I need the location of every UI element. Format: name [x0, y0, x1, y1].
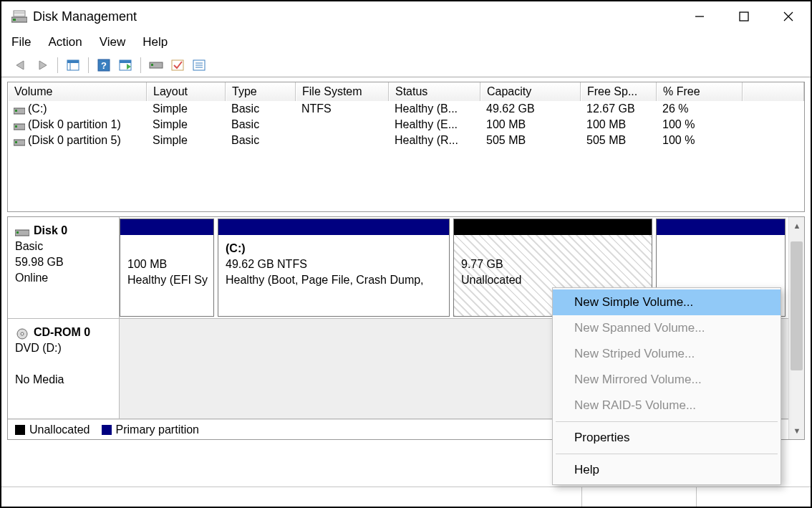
cell: Basic — [226, 101, 296, 117]
scroll-down-button[interactable]: ▼ — [789, 422, 805, 439]
window-frame: Disk Management File Action View Help — [0, 0, 812, 508]
menu-new-striped-volume: New Striped Volume... — [553, 341, 780, 367]
menu-new-simple-volume[interactable]: New Simple Volume... — [553, 289, 780, 315]
cell: 12.67 GB — [581, 101, 657, 117]
partition-bar — [454, 219, 652, 235]
disk-icon — [15, 226, 29, 236]
volume-row[interactable]: (Disk 0 partition 5) Simple Basic Health… — [8, 133, 804, 148]
svg-rect-29 — [16, 231, 19, 234]
cell: Simple — [147, 133, 226, 148]
partition-bar — [120, 219, 213, 235]
partition-bar — [218, 219, 449, 235]
window-title: Disk Management — [33, 9, 137, 24]
disk-0-header[interactable]: Disk 0 Basic 59.98 GB Online — [8, 217, 120, 318]
disk-mgmt-icon — [11, 9, 27, 24]
col-volume[interactable]: Volume — [8, 82, 147, 101]
toolbar: ? — [1, 53, 811, 77]
menu-bar: File Action View Help — [1, 32, 811, 53]
menu-file[interactable]: File — [11, 35, 31, 49]
partition-size: 100 MB — [127, 257, 206, 272]
back-button[interactable] — [10, 56, 32, 75]
partition-efi[interactable]: 100 MB Healthy (EFI Sy — [120, 219, 214, 317]
scroll-track[interactable] — [789, 234, 804, 422]
forward-button[interactable] — [32, 56, 53, 75]
col-pct[interactable]: % Free — [657, 82, 743, 101]
help-icon[interactable]: ? — [93, 56, 115, 75]
svg-rect-1 — [13, 19, 16, 21]
cdrom-0-header[interactable]: CD-ROM 0 DVD (D:) No Media — [8, 319, 120, 418]
title-bar: Disk Management — [1, 1, 811, 32]
volume-list: Volume Layout Type File System Status Ca… — [7, 82, 805, 212]
cell: NTFS — [296, 101, 389, 117]
status-bar — [1, 487, 811, 507]
window-controls — [677, 1, 811, 32]
cdrom-name: CD-ROM 0 — [34, 326, 90, 338]
svg-rect-14 — [120, 60, 131, 63]
context-menu: New Simple Volume... New Spanned Volume.… — [552, 287, 781, 485]
menu-separator — [556, 421, 778, 422]
svg-rect-2 — [14, 11, 25, 16]
rescan-icon[interactable] — [145, 56, 167, 75]
volume-row[interactable]: (C:) Simple Basic NTFS Healthy (B... 49.… — [8, 101, 804, 117]
properties-icon[interactable] — [188, 56, 210, 75]
volume-name: (Disk 0 partition 1) — [28, 118, 121, 130]
svg-text:?: ? — [101, 60, 107, 71]
menu-action[interactable]: Action — [48, 35, 82, 49]
menu-new-raid5-volume: New RAID-5 Volume... — [553, 393, 780, 418]
partition-status: Healthy (Boot, Page File, Crash Dump, — [226, 272, 442, 288]
toolbar-separator — [57, 57, 58, 73]
disk-type: Basic — [15, 239, 112, 254]
list-icon[interactable] — [115, 56, 136, 75]
volume-list-header: Volume Layout Type File System Status Ca… — [8, 82, 804, 101]
partition-label: Unallocated — [461, 272, 644, 288]
col-fs[interactable]: File System — [296, 82, 389, 101]
cell: 49.62 GB — [480, 101, 581, 117]
maximize-button[interactable] — [722, 1, 766, 32]
toolbar-separator — [140, 57, 141, 73]
drive-icon — [14, 137, 25, 145]
disk-name: Disk 0 — [34, 224, 67, 236]
cell: 100 % — [657, 133, 743, 148]
cell: Healthy (B... — [389, 101, 480, 117]
volume-name: (C:) — [28, 102, 47, 115]
drive-icon — [14, 105, 25, 114]
col-layout[interactable]: Layout — [147, 82, 226, 101]
col-extra[interactable] — [743, 82, 804, 101]
partition-bar — [657, 219, 785, 235]
col-cap[interactable]: Capacity — [480, 82, 581, 101]
menu-separator — [556, 454, 778, 454]
partition-size: 9.77 GB — [461, 257, 644, 272]
cell: 100 % — [657, 117, 743, 133]
panel-icon[interactable] — [62, 56, 84, 75]
drive-icon — [14, 121, 25, 130]
partition-c[interactable]: (C:) 49.62 GB NTFS Healthy (Boot, Page F… — [218, 219, 450, 317]
menu-help[interactable]: Help — [553, 457, 780, 483]
cdrom-drive-letter: DVD (D:) — [15, 340, 112, 356]
cell: 100 MB — [581, 117, 657, 133]
menu-view[interactable]: View — [100, 35, 126, 49]
scroll-up-button[interactable]: ▲ — [789, 217, 805, 234]
scroll-thumb[interactable] — [791, 241, 803, 370]
close-button[interactable] — [766, 1, 811, 32]
check-icon[interactable] — [167, 56, 188, 75]
col-status[interactable]: Status — [389, 82, 480, 101]
svg-rect-9 — [67, 60, 79, 63]
volume-row[interactable]: (Disk 0 partition 1) Simple Basic Health… — [8, 117, 804, 133]
partition-size: 49.62 GB NTFS — [226, 257, 442, 272]
cell: Basic — [226, 117, 296, 133]
menu-properties[interactable]: Properties — [553, 425, 780, 451]
cell: 505 MB — [480, 133, 581, 148]
cell: 26 % — [657, 101, 743, 117]
minimize-button[interactable] — [677, 1, 722, 32]
svg-rect-25 — [15, 125, 17, 128]
cell — [296, 117, 389, 133]
cell: 100 MB — [480, 117, 581, 133]
legend-swatch-primary — [102, 425, 112, 435]
menu-help[interactable]: Help — [142, 35, 168, 49]
col-type[interactable]: Type — [226, 82, 296, 101]
vertical-scrollbar[interactable]: ▲ ▼ — [788, 217, 804, 439]
col-free[interactable]: Free Sp... — [581, 82, 657, 101]
volume-name: (Disk 0 partition 5) — [28, 134, 121, 146]
svg-rect-5 — [740, 12, 748, 21]
disk-state: Online — [15, 270, 112, 286]
